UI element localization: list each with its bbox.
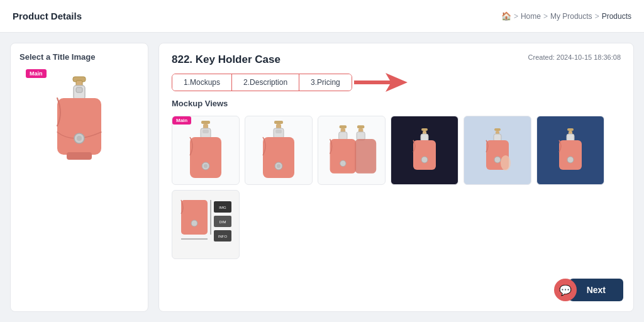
svg-rect-48 [181, 200, 208, 235]
left-panel: Select a Title Image Main [10, 43, 148, 312]
header: Product Details 🏠 > Home > My Products >… [0, 0, 644, 33]
title-image-container[interactable]: Main [26, 69, 133, 208]
breadcrumb: 🏠 > Home > My Products > Products [501, 11, 631, 21]
mockup-grid: Main [172, 116, 621, 259]
svg-text:IMG: IMG [219, 206, 226, 209]
mockup-svg-2 [257, 121, 301, 180]
tab-mockups[interactable]: 1.Mockups [172, 74, 232, 91]
svg-rect-4 [57, 98, 101, 155]
mockup-item-5[interactable] [464, 116, 531, 185]
mockup-svg-5 [482, 128, 513, 172]
mockup-main-badge: Main [172, 116, 191, 125]
svg-rect-35 [413, 140, 436, 170]
svg-rect-9 [201, 121, 210, 124]
mockup-item-6[interactable] [536, 116, 604, 185]
mockup-svg-4 [409, 128, 440, 172]
svg-rect-32 [421, 128, 428, 131]
svg-marker-8 [354, 73, 408, 92]
breadcrumb-sep-3: > [595, 12, 599, 21]
title-image-svg [45, 75, 114, 201]
main-badge-left: Main [26, 69, 47, 78]
svg-rect-12 [203, 130, 209, 133]
svg-rect-28 [357, 125, 364, 128]
svg-text:DIM: DIM [219, 220, 226, 224]
chat-icon: 💬 [559, 284, 572, 296]
tab-pricing[interactable]: 3.Pricing [299, 74, 352, 91]
svg-point-15 [204, 164, 208, 168]
svg-rect-3 [76, 87, 82, 92]
svg-rect-46 [559, 140, 582, 170]
mockup-item-1[interactable]: Main [172, 116, 240, 185]
svg-rect-23 [339, 125, 346, 128]
breadcrumb-sep-1: > [514, 12, 518, 21]
svg-rect-30 [357, 131, 365, 140]
right-panel: 822. Key Holder Case Created: 2024-10-15… [158, 43, 634, 312]
home-icon[interactable]: 🏠 [501, 11, 511, 21]
svg-rect-19 [275, 130, 282, 133]
svg-rect-7 [67, 152, 92, 160]
mockup-svg-6 [555, 128, 586, 172]
svg-point-49 [191, 220, 197, 226]
arrow-indicator-icon [351, 72, 408, 93]
svg-rect-16 [274, 121, 283, 124]
tabs-row: 1.Mockups 2.Description 3.Pricing [172, 74, 621, 91]
svg-point-36 [421, 157, 428, 163]
product-header-row: 822. Key Holder Case Created: 2024-10-15… [172, 53, 621, 66]
left-panel-title: Select a Title Image [19, 52, 95, 62]
svg-point-47 [567, 157, 574, 163]
page-title: Product Details [13, 11, 82, 21]
svg-rect-26 [330, 139, 356, 174]
svg-point-41 [494, 157, 501, 163]
breadcrumb-products: Products [602, 12, 631, 21]
mockup-item-7[interactable]: IMG DIM INFO [172, 190, 240, 259]
svg-rect-20 [263, 137, 294, 178]
breadcrumb-home[interactable]: Home [521, 12, 541, 21]
mockup-svg-7: IMG DIM INFO [176, 195, 236, 255]
created-date: Created: 2024-10-15 18:36:08 [528, 53, 621, 61]
mockup-svg-1 [184, 121, 228, 180]
tab-description[interactable]: 2.Description [232, 74, 299, 91]
product-title: 822. Key Holder Case [172, 53, 280, 66]
next-button[interactable]: Next [569, 279, 623, 301]
mockup-section-title: Mockup Views [172, 99, 621, 108]
chat-icon-button[interactable]: 💬 [554, 279, 577, 301]
svg-rect-13 [190, 137, 221, 178]
svg-rect-31 [355, 139, 376, 174]
svg-point-22 [277, 164, 280, 168]
mockup-item-4[interactable] [391, 116, 458, 185]
svg-text:INFO: INFO [218, 235, 227, 238]
tabs-container: 1.Mockups 2.Description 3.Pricing [172, 74, 352, 91]
svg-rect-37 [494, 128, 501, 131]
mockup-item-2[interactable] [245, 116, 313, 185]
svg-point-42 [501, 155, 511, 170]
mockup-item-3[interactable] [318, 116, 386, 185]
breadcrumb-my-products[interactable]: My Products [550, 12, 592, 21]
main-content: Select a Title Image Main [0, 33, 644, 322]
svg-rect-25 [338, 131, 347, 140]
mockup-svg-3 [325, 124, 379, 177]
svg-rect-43 [567, 128, 574, 131]
breadcrumb-sep-2: > [543, 12, 548, 21]
svg-point-27 [340, 160, 345, 166]
svg-point-6 [77, 136, 82, 141]
